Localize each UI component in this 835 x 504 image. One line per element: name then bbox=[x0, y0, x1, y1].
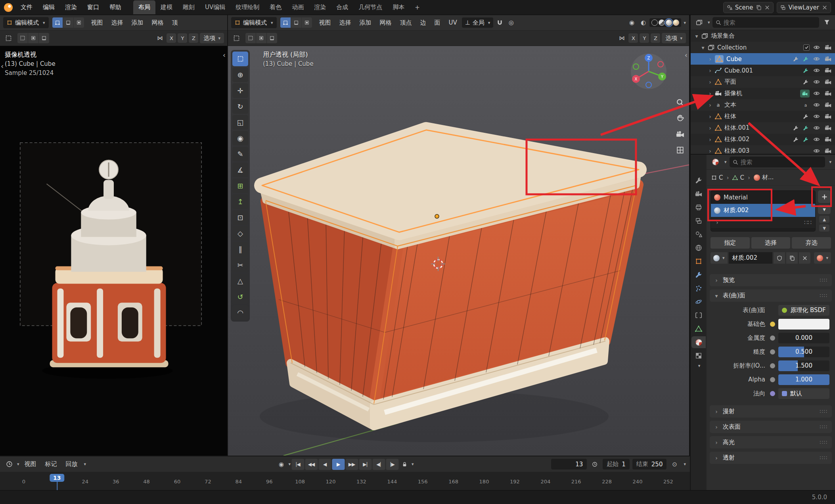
text-data-icon[interactable] bbox=[802, 102, 810, 108]
mode-dropdown-main[interactable]: 编辑模式 ▾ bbox=[231, 17, 277, 28]
main-viewport-canvas[interactable]: 用户透视 (局部) (13) Cube | Cube ⊕ ✛ ↻ ◱ ◉ ✎ ∡… bbox=[228, 46, 689, 456]
select-new-icon[interactable] bbox=[17, 33, 28, 43]
deselect-button[interactable]: 弃选 bbox=[792, 237, 831, 249]
expand-icon[interactable]: › bbox=[707, 56, 713, 62]
properties-search[interactable] bbox=[730, 157, 825, 167]
disable-in-render-icon[interactable] bbox=[823, 102, 833, 108]
expand-icon[interactable]: › bbox=[707, 113, 713, 120]
blender-logo-icon[interactable] bbox=[4, 3, 13, 12]
workspace-tab-compositing[interactable]: 合成 bbox=[331, 0, 353, 14]
tool-knife[interactable]: ✂ bbox=[232, 258, 248, 272]
workspace-tab-geonodes[interactable]: 几何节点 bbox=[353, 0, 387, 14]
timeline-ruler[interactable]: 0243648607284961081201321441561681801922… bbox=[0, 472, 690, 490]
tool-measure[interactable]: ∡ bbox=[232, 163, 248, 177]
mirror-x-toggle[interactable]: X bbox=[167, 33, 176, 43]
workspace-tab-rendering[interactable]: 渲染 bbox=[309, 0, 331, 14]
frame-end-field[interactable]: 结束 250 bbox=[632, 459, 667, 470]
expand-icon[interactable]: › bbox=[707, 125, 713, 131]
hide-in-viewport-icon[interactable] bbox=[812, 56, 821, 62]
prev-keyframe-button[interactable]: ◀◀ bbox=[305, 459, 318, 470]
menu-edit[interactable]: 编辑 bbox=[38, 2, 59, 13]
outliner-row-cube[interactable]: › Cube bbox=[691, 53, 835, 65]
menu-face[interactable]: 面 bbox=[431, 17, 444, 29]
step-forward-button[interactable]: |▶ bbox=[386, 459, 398, 470]
breadcrumb-object[interactable]: C bbox=[711, 174, 723, 181]
panel-subsurface[interactable]: › 次表面 ∷∷ bbox=[710, 421, 832, 433]
viewlayer-unlink-icon[interactable] bbox=[822, 5, 827, 10]
outliner-search-input[interactable] bbox=[724, 19, 816, 26]
breadcrumb-material[interactable]: 材... bbox=[754, 174, 774, 181]
camera-view-icon[interactable] bbox=[676, 130, 684, 138]
tool-annotate[interactable]: ✎ bbox=[232, 147, 248, 161]
shading-wireframe-icon[interactable] bbox=[651, 19, 658, 26]
tab-object[interactable] bbox=[691, 255, 706, 267]
expand-icon[interactable]: › bbox=[707, 102, 713, 108]
outliner-row-cube001[interactable]: › Cube.001 bbox=[691, 65, 835, 76]
menu-select[interactable]: 选择 bbox=[336, 17, 355, 29]
tab-view-layer[interactable] bbox=[691, 215, 706, 227]
outliner-row-cylinder003[interactable]: › 柱体.003 bbox=[691, 145, 835, 155]
workspace-tab-modeling[interactable]: 建模 bbox=[155, 0, 178, 14]
camera-data-icon[interactable] bbox=[800, 90, 810, 98]
disable-in-render-icon[interactable] bbox=[823, 67, 833, 74]
tool-smooth[interactable]: ◠ bbox=[232, 305, 248, 320]
menu-file[interactable]: 文件 bbox=[16, 2, 37, 13]
select-extend-icon[interactable] bbox=[28, 33, 38, 43]
hide-in-viewport-icon[interactable] bbox=[812, 136, 821, 143]
face-select-icon[interactable] bbox=[302, 17, 312, 28]
ior-slider[interactable]: 1.500 bbox=[778, 360, 829, 371]
viewlayer-selector[interactable]: ViewLayer bbox=[777, 2, 831, 13]
preview-range-clock-icon[interactable] bbox=[590, 459, 600, 470]
zoom-icon[interactable] bbox=[676, 98, 684, 107]
tab-world[interactable] bbox=[691, 242, 706, 254]
auto-keying-icon[interactable]: ◉ bbox=[276, 459, 286, 470]
shading-solid-icon[interactable] bbox=[659, 19, 665, 26]
disable-in-render-icon[interactable] bbox=[823, 56, 833, 62]
disable-in-render-icon[interactable] bbox=[823, 44, 833, 51]
hide-in-viewport-icon[interactable] bbox=[812, 148, 821, 154]
active-tool-icon[interactable] bbox=[3, 33, 13, 43]
menu-mesh[interactable]: 网格 bbox=[148, 17, 167, 29]
outliner-row-text[interactable]: › 文本 bbox=[691, 99, 835, 111]
slot-specials-button[interactable]: ▾ bbox=[818, 205, 831, 214]
panel-specular[interactable]: › 高光 ∷∷ bbox=[710, 436, 832, 448]
scene-selector[interactable]: Scene bbox=[723, 2, 774, 13]
panel-surface[interactable]: ▾ 表(曲)面 ∷∷ bbox=[710, 289, 832, 302]
workspace-tab-scripting[interactable]: 脚本 bbox=[387, 0, 410, 14]
modifier-icon[interactable] bbox=[792, 125, 800, 131]
workspace-tab-layout[interactable]: 布局 bbox=[133, 0, 155, 14]
jump-to-end-button[interactable]: ▶| bbox=[359, 459, 372, 470]
tool-poly-build[interactable]: △ bbox=[232, 274, 248, 288]
disable-in-render-icon[interactable] bbox=[823, 79, 833, 85]
tool-rotate[interactable]: ↻ bbox=[232, 99, 248, 114]
outliner-row-camera[interactable]: › 摄像机 bbox=[691, 88, 835, 99]
edge-select-icon[interactable] bbox=[291, 17, 301, 28]
assign-button[interactable]: 指定 bbox=[711, 237, 750, 249]
socket-dot-icon[interactable] bbox=[770, 391, 775, 396]
modifier-icon[interactable] bbox=[792, 56, 800, 62]
tool-add-cube[interactable]: ⊞ bbox=[232, 178, 248, 193]
disable-in-render-icon[interactable] bbox=[823, 90, 833, 97]
transform-orientation-dropdown[interactable]: ⊥ 全局 ▾ bbox=[462, 17, 494, 28]
playhead[interactable]: 13 bbox=[50, 474, 64, 482]
current-frame-field[interactable]: 13 bbox=[551, 459, 587, 470]
modifier-icon[interactable] bbox=[802, 125, 810, 131]
menu-vertex-clipped[interactable]: 顶 bbox=[169, 17, 182, 29]
outliner-display-mode-icon[interactable] bbox=[694, 17, 704, 28]
edge-select-icon[interactable] bbox=[63, 17, 73, 28]
tool-transform[interactable]: ◉ bbox=[232, 131, 248, 146]
move-slot-down-button[interactable]: ▼ bbox=[819, 224, 829, 232]
hide-in-viewport-icon[interactable] bbox=[812, 113, 821, 120]
unlink-material-icon[interactable] bbox=[799, 252, 810, 264]
tool-move[interactable]: ✛ bbox=[232, 83, 248, 98]
tab-particles[interactable] bbox=[691, 282, 706, 294]
face-select-icon[interactable] bbox=[74, 17, 84, 28]
mirror-y-toggle[interactable]: Y bbox=[178, 33, 187, 43]
next-keyframe-button[interactable]: ▶▶ bbox=[345, 459, 358, 470]
add-workspace-button[interactable]: + bbox=[410, 1, 425, 14]
play-button[interactable]: ▶ bbox=[332, 459, 345, 470]
tab-physics[interactable] bbox=[691, 296, 706, 308]
disable-in-render-icon[interactable] bbox=[823, 125, 833, 131]
viewport-3d-canvas[interactable] bbox=[228, 46, 689, 456]
tool-spin[interactable]: ↺ bbox=[232, 289, 248, 304]
